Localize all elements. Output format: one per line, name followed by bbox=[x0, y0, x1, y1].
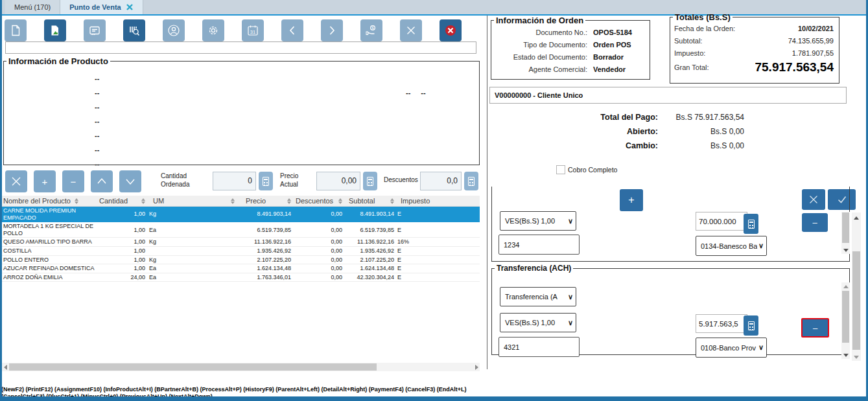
scroll-down-arrow-icon[interactable] bbox=[841, 246, 850, 254]
chevron-down-icon: ∨ bbox=[568, 319, 573, 327]
header-um[interactable]: UM bbox=[147, 197, 236, 205]
header-impuesto[interactable]: Impuesto bbox=[395, 197, 480, 205]
exit-button[interactable] bbox=[440, 19, 462, 41]
next-button[interactable] bbox=[321, 19, 343, 41]
tab-close-icon[interactable] bbox=[126, 3, 134, 11]
tab-menu[interactable]: Menú (170) bbox=[5, 0, 60, 14]
header-nombre[interactable]: Nombre del Producto bbox=[2, 197, 98, 205]
settings-button[interactable] bbox=[202, 19, 224, 41]
table-row[interactable]: QUESO AMARILLO TIPO BARRA1,00Kg11.136.92… bbox=[2, 238, 480, 247]
scroll-right-arrow-icon[interactable] bbox=[473, 363, 480, 371]
payment-2-scrollbar[interactable] bbox=[841, 282, 850, 359]
table-row[interactable]: CARNE MOLIDA PREMIUN EMPACADO1,00Kg8.491… bbox=[2, 207, 480, 222]
sort-icon[interactable] bbox=[287, 198, 291, 204]
customer-field[interactable]: V00000000 - Cliente Unico bbox=[489, 87, 847, 104]
cantidad-ordenada-field[interactable]: 0 bbox=[213, 172, 256, 190]
business-partner-icon bbox=[167, 23, 181, 38]
sort-icon[interactable] bbox=[141, 198, 145, 204]
payment-method-select[interactable]: Transferencia (A∨ bbox=[500, 287, 576, 306]
edit-document-button[interactable] bbox=[44, 19, 66, 41]
new-document-button[interactable] bbox=[5, 19, 27, 41]
cancel-button[interactable] bbox=[400, 19, 422, 41]
scroll-up-arrow-icon[interactable] bbox=[852, 214, 861, 222]
line-controls: + − bbox=[5, 170, 141, 192]
calendar-button[interactable]: 31 bbox=[242, 19, 264, 41]
header-precio[interactable]: Precio bbox=[236, 197, 292, 205]
payment-button[interactable]: $ bbox=[360, 19, 382, 41]
move-up-button[interactable] bbox=[91, 170, 113, 192]
table-row[interactable]: COSTILLA1,001.935.426,920,001.935.426,92… bbox=[2, 247, 480, 256]
window-border-left bbox=[0, 0, 2, 401]
previous-button[interactable] bbox=[281, 19, 303, 41]
currency-select-2[interactable]: VES(Bs.S) 1,00∨ bbox=[500, 313, 576, 332]
currency-select-1[interactable]: VES(Bs.S) 1,00∨ bbox=[500, 211, 576, 231]
descuentos-field[interactable]: 0,0 bbox=[420, 172, 462, 190]
precio-actual-field[interactable]: 0,00 bbox=[316, 172, 360, 190]
scroll-left-arrow-icon[interactable] bbox=[2, 363, 8, 371]
add-line-button[interactable]: + bbox=[34, 170, 56, 192]
amount-1-calculator-button[interactable] bbox=[744, 214, 758, 234]
bank-select-1[interactable]: 0134-Banesco Ba∨ bbox=[696, 236, 767, 256]
barcode-search-button[interactable] bbox=[123, 19, 145, 41]
chevron-down-icon: ∨ bbox=[568, 293, 573, 301]
move-down-button[interactable] bbox=[119, 170, 141, 192]
toolbar: 31 $ bbox=[5, 19, 462, 41]
scroll-down-arrow-icon[interactable] bbox=[852, 353, 861, 361]
table-row[interactable]: ARROZ DOÑA EMILIA24,00Ea1.763.346,010,00… bbox=[2, 273, 480, 282]
scroll-down-arrow-icon[interactable] bbox=[841, 351, 850, 359]
abierto-row: Abierto:Bs.S 0,00 bbox=[489, 124, 744, 139]
cobro-completo-checkbox[interactable] bbox=[556, 165, 565, 174]
descuentos-calculator-button[interactable] bbox=[464, 172, 478, 190]
payments-outer-scrollbar[interactable] bbox=[852, 212, 861, 361]
scroll-up-arrow-icon[interactable] bbox=[841, 282, 850, 290]
business-partner-button[interactable] bbox=[163, 19, 185, 41]
remove-payment-2-button[interactable]: – bbox=[801, 318, 829, 338]
payment-group-1: VES(Bs.S) 1,00∨ 70.000.000 0134-Banesco … bbox=[491, 187, 850, 262]
product-search-input[interactable] bbox=[5, 41, 476, 54]
placeholder-dash: -- bbox=[95, 132, 99, 139]
exit-red-x-icon bbox=[443, 23, 458, 38]
cantidad-calculator-button[interactable] bbox=[259, 172, 273, 190]
scrollbar-thumb[interactable] bbox=[842, 291, 849, 343]
cobro-completo-label: Cobro Completo bbox=[568, 166, 617, 174]
amount-field-2[interactable]: 5.917.563,5 bbox=[696, 314, 747, 333]
delete-line-button[interactable] bbox=[5, 170, 27, 192]
placeholder-dash: -- bbox=[421, 89, 425, 96]
chevron-left-icon bbox=[286, 24, 299, 37]
header-subtotal[interactable]: Subtotal bbox=[344, 197, 395, 205]
sort-icon[interactable] bbox=[75, 198, 78, 204]
header-cantidad[interactable]: Cantidad bbox=[98, 197, 147, 205]
table-horizontal-scrollbar[interactable] bbox=[2, 363, 480, 371]
calculator-icon bbox=[263, 177, 269, 186]
table-row[interactable]: POLLO ENTERO1,00Kg2.107.225,200,002.107.… bbox=[2, 256, 480, 265]
descuentos-label: Descuentos bbox=[384, 176, 423, 185]
placeholder-dash: -- bbox=[406, 89, 410, 96]
header-descuentos[interactable]: Descuentos bbox=[292, 197, 344, 205]
subtotal-row: Subtotal:74.135.655,99 bbox=[670, 34, 839, 47]
receipt-icon bbox=[88, 24, 101, 37]
sort-icon[interactable] bbox=[231, 198, 235, 204]
table-row[interactable]: AZUCAR REFINADA DOMESTICA1,00Ea1.624.134… bbox=[2, 264, 480, 273]
table-row[interactable]: MORTADELA 1 KG ESPECIAL DE POLLO1,00Ea6.… bbox=[2, 222, 480, 238]
sort-icon[interactable] bbox=[338, 198, 342, 204]
scrollbar-thumb[interactable] bbox=[9, 363, 377, 371]
cobro-completo-row: Cobro Completo bbox=[556, 165, 617, 174]
payment-1-scrollbar[interactable] bbox=[841, 212, 850, 254]
sort-icon[interactable] bbox=[390, 198, 394, 204]
tab-punto-de-venta[interactable]: Punto de Venta bbox=[60, 0, 143, 14]
scrollbar-thumb[interactable] bbox=[852, 251, 860, 350]
placeholder-dash: -- bbox=[95, 146, 99, 153]
precio-actual-label: Precio Actual bbox=[280, 172, 309, 189]
edit-document-icon bbox=[49, 24, 62, 37]
scrollbar-thumb[interactable] bbox=[842, 212, 849, 243]
bank-select-2[interactable]: 0108-Banco Prov∨ bbox=[696, 338, 767, 358]
amount-field-1[interactable]: 70.000.000 bbox=[696, 212, 747, 231]
receipt-button[interactable] bbox=[84, 19, 106, 41]
amount-2-calculator-button[interactable] bbox=[744, 315, 758, 336]
precio-calculator-button[interactable] bbox=[363, 172, 377, 190]
reference-field-1[interactable] bbox=[499, 235, 580, 255]
reference-field-2[interactable] bbox=[499, 337, 580, 357]
chevron-down-icon: ∨ bbox=[758, 242, 764, 250]
subtract-line-button[interactable]: − bbox=[62, 170, 84, 192]
payment-hand-coin-icon: $ bbox=[364, 23, 379, 38]
